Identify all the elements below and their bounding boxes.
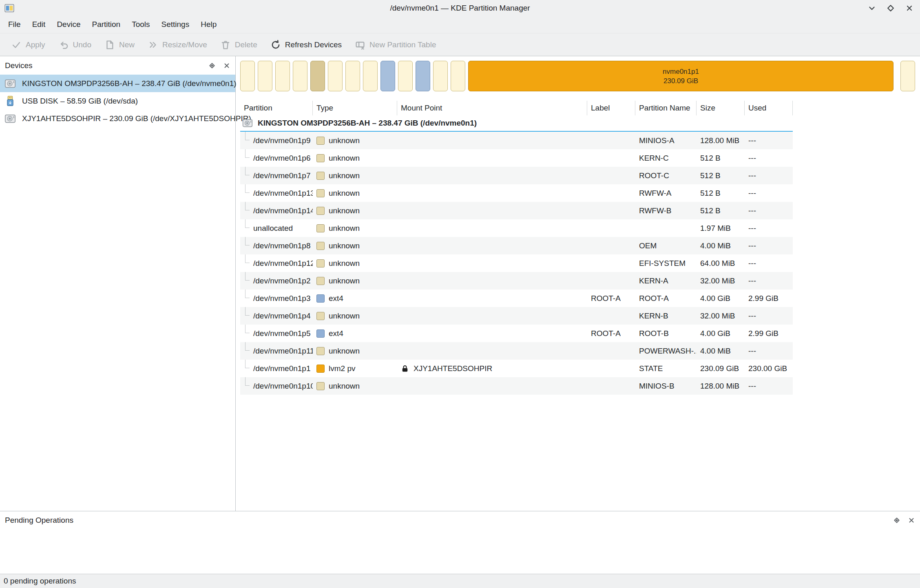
partition-row[interactable]: /dev/nvme0n1p2unknownKERN-A32.00 MiB--- [240, 272, 793, 290]
used-cell: 2.99 GiB [745, 290, 793, 307]
partition-row[interactable]: /dev/nvme0n1p13unknownRWFW-A512 B--- [240, 184, 793, 202]
menu-tools[interactable]: Tools [126, 16, 155, 33]
partition-block[interactable] [275, 61, 290, 91]
column-header-mount-point[interactable]: Mount Point [397, 101, 587, 115]
used-cell: --- [745, 167, 793, 184]
menu-help[interactable]: Help [195, 16, 222, 33]
partition-block[interactable] [433, 61, 448, 91]
size-cell: 128.00 MiB [697, 132, 745, 149]
partition-row[interactable]: /dev/nvme0n1p14unknownRWFW-B512 B--- [240, 202, 793, 219]
pending-panel-controls [886, 517, 915, 524]
partition-block[interactable] [293, 61, 307, 91]
type-label: unknown [329, 154, 360, 163]
partition-path: /dev/nvme0n1p5 [253, 329, 311, 338]
partition-block[interactable] [900, 61, 915, 91]
device-item[interactable]: USB DISK – 58.59 GiB (/dev/sda) [0, 92, 235, 110]
column-header-partition-name[interactable]: Partition Name [635, 101, 697, 115]
column-header-partition[interactable]: Partition [240, 101, 313, 115]
partition-block[interactable] [380, 61, 395, 91]
content-area: nvme0n1p1230.09 GiB PartitionTypeMount P… [236, 56, 920, 511]
partition-row[interactable]: /dev/nvme0n1p5ext4ROOT-AROOT-B4.00 GiB2.… [240, 325, 793, 342]
partition-row[interactable]: /dev/nvme0n1p4unknownKERN-B32.00 MiB--- [240, 307, 793, 325]
partition-block[interactable] [398, 61, 413, 91]
maximize-button[interactable] [887, 4, 895, 12]
column-header-label[interactable]: Label [587, 101, 635, 115]
new-icon [104, 40, 115, 50]
tree-connector [245, 202, 250, 210]
type-swatch [316, 189, 325, 197]
menu-partition[interactable]: Partition [86, 16, 126, 33]
type-swatch [316, 294, 325, 303]
delete-button[interactable]: Delete [215, 36, 263, 53]
partition-row[interactable]: /dev/nvme0n1p9unknownMINIOS-A128.00 MiB-… [240, 132, 793, 149]
undo-label: Undo [73, 40, 91, 49]
device-item[interactable]: KINGSTON OM3PDP3256B-AH – 238.47 GiB (/d… [0, 75, 235, 92]
column-header-size[interactable]: Size [697, 101, 745, 115]
partition-row[interactable]: /dev/nvme0n1p3ext4ROOT-AROOT-A4.00 GiB2.… [240, 290, 793, 307]
hdd-icon [4, 77, 16, 90]
partition-row[interactable]: /dev/nvme0n1p8unknownOEM4.00 MiB--- [240, 237, 793, 254]
tree-connector [245, 132, 250, 140]
partition-block[interactable] [328, 61, 343, 91]
resize-move-button[interactable]: Resize/Move [142, 36, 212, 53]
partition-block-selected[interactable]: nvme0n1p1230.09 GiB [468, 61, 893, 91]
device-item[interactable]: XJY1AHTE5DSOHPIR – 230.09 GiB (/dev/XJY1… [0, 110, 235, 127]
menu-device[interactable]: Device [51, 16, 86, 33]
float-panel-button[interactable] [893, 517, 900, 524]
partition-name-cell: MINIOS-A [635, 132, 697, 149]
label-cell [587, 167, 635, 184]
size-cell: 32.00 MiB [697, 307, 745, 325]
float-panel-button[interactable] [208, 62, 216, 69]
apply-icon [11, 40, 22, 50]
device-group-label: KINGSTON OM3PDP3256B-AH – 238.47 GiB (/d… [258, 119, 477, 128]
menu-edit[interactable]: Edit [27, 16, 51, 33]
label-cell [587, 377, 635, 395]
close-button[interactable] [905, 4, 913, 12]
minimize-button[interactable] [868, 4, 876, 12]
new-partition-table-button[interactable]: New Partition Table [349, 36, 441, 53]
partition-row[interactable]: /dev/nvme0n1p10unknownMINIOS-B128.00 MiB… [240, 377, 793, 395]
size-cell: 1.97 MiB [697, 219, 745, 237]
new-button[interactable]: New [99, 36, 140, 53]
apply-button[interactable]: Apply [6, 36, 51, 53]
tree-connector [245, 149, 250, 158]
used-cell: --- [745, 307, 793, 325]
partition-block[interactable] [310, 61, 325, 91]
partition-path: /dev/nvme0n1p6 [253, 154, 311, 163]
close-panel-button[interactable] [908, 517, 915, 524]
partition-block[interactable] [416, 61, 430, 91]
partition-path: /dev/nvme0n1p9 [253, 136, 311, 145]
partition-row[interactable]: /dev/nvme0n1p6unknownKERN-C512 B--- [240, 149, 793, 167]
devices-panel-header: Devices [0, 56, 235, 75]
menu-file[interactable]: File [2, 16, 27, 33]
close-panel-button[interactable] [223, 62, 230, 69]
partition-row[interactable]: /dev/nvme0n1p11unknownPOWERWASH-...4.00 … [240, 342, 793, 360]
label-cell: ROOT-A [587, 290, 635, 307]
partition-row[interactable]: /dev/nvme0n1p7unknownROOT-C512 B--- [240, 167, 793, 184]
partition-block[interactable] [240, 61, 255, 91]
partition-row[interactable]: /dev/nvme0n1p12unknownEFI-SYSTEM64.00 Mi… [240, 254, 793, 272]
device-group-row[interactable]: KINGSTON OM3PDP3256B-AH – 238.47 GiB (/d… [240, 115, 793, 132]
size-cell: 64.00 MiB [697, 254, 745, 272]
partition-block[interactable] [451, 61, 465, 91]
column-header-type[interactable]: Type [313, 101, 397, 115]
label-cell [587, 307, 635, 325]
type-label: unknown [329, 312, 360, 321]
column-header-used[interactable]: Used [745, 101, 793, 115]
partition-overview-bar: nvme0n1p1230.09 GiB [240, 61, 915, 91]
statusbar: 0 pending operations [0, 574, 920, 588]
size-cell: 512 B [697, 167, 745, 184]
partition-row[interactable]: /dev/nvme0n1p1lvm2 pvXJY1AHTE5DSOHPIRSTA… [240, 360, 793, 377]
usb-icon [4, 95, 16, 107]
type-swatch [316, 329, 325, 338]
menu-settings[interactable]: Settings [156, 16, 195, 33]
partition-block[interactable] [363, 61, 378, 91]
refresh-devices-button[interactable]: Refresh Devices [265, 36, 347, 53]
partition-row[interactable]: unallocatedunknown1.97 MiB--- [240, 219, 793, 237]
undo-button[interactable]: Undo [53, 36, 97, 53]
mount-point: XJY1AHTE5DSOHPIR [414, 364, 492, 373]
partition-block[interactable] [345, 61, 360, 91]
delete-icon [220, 40, 231, 50]
partition-block[interactable] [258, 61, 272, 91]
partition-name-cell: OEM [635, 237, 697, 254]
